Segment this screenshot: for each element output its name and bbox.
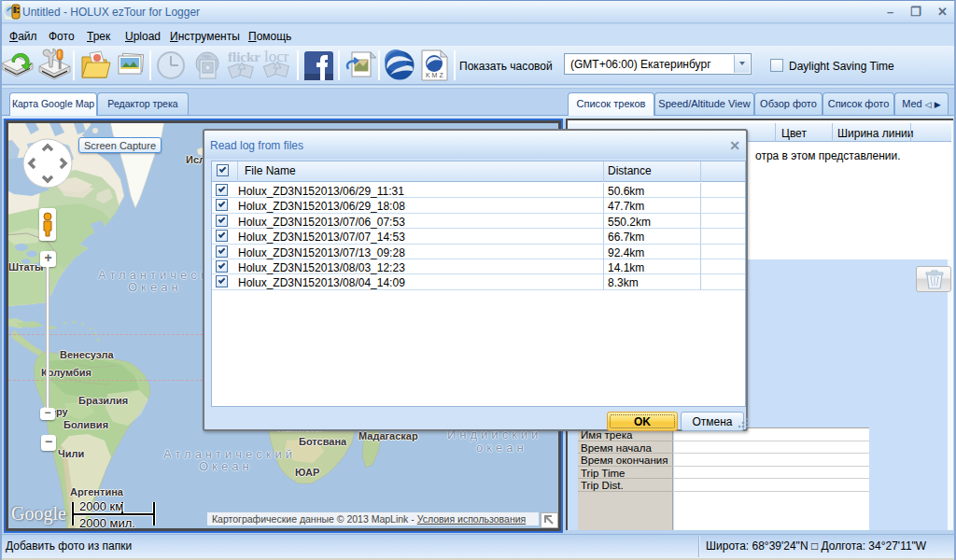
- svg-text:K M Z: K M Z: [426, 72, 443, 78]
- svg-text:flickr: flickr: [228, 49, 260, 64]
